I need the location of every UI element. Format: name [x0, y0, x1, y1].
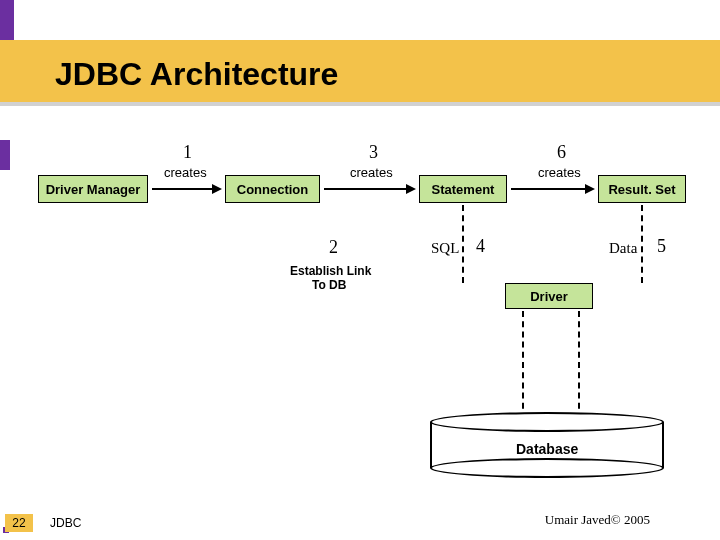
label-creates-3: creates [350, 165, 393, 180]
label-database: Database [516, 441, 578, 457]
page-number: 22 [5, 514, 33, 532]
step-number-2: 2 [329, 237, 338, 258]
copyright: Umair Javed© 2005 [545, 512, 650, 528]
step-number-4: 4 [476, 236, 485, 257]
label-establish-2: To DB [312, 278, 346, 292]
arrow-3 [324, 188, 414, 190]
label-establish-1: Establish Link [290, 264, 371, 278]
title-shadow [0, 102, 720, 106]
label-creates-6: creates [538, 165, 581, 180]
box-connection: Connection [225, 175, 320, 203]
box-resultset: Result. Set [598, 175, 686, 203]
arrow-1 [152, 188, 220, 190]
dash-statement [462, 205, 464, 283]
label-creates-1: creates [164, 165, 207, 180]
step-number-5: 5 [657, 236, 666, 257]
footer-tag: JDBC [50, 516, 81, 530]
dash-driver-left [522, 311, 524, 419]
box-statement: Statement [419, 175, 507, 203]
box-driver: Driver [505, 283, 593, 309]
accent-knob [0, 140, 10, 170]
step-number-1: 1 [183, 142, 192, 163]
title-band: JDBC Architecture [0, 40, 720, 102]
dash-driver-right [578, 311, 580, 419]
step-number-6: 6 [557, 142, 566, 163]
slide-title: JDBC Architecture [55, 56, 338, 93]
label-data: Data [609, 240, 637, 257]
label-sql: SQL [431, 240, 459, 257]
dash-resultset [641, 205, 643, 283]
step-number-3: 3 [369, 142, 378, 163]
arrow-6 [511, 188, 593, 190]
box-driver-manager: Driver Manager [38, 175, 148, 203]
slide: JDBC Architecture 1 3 6 creates creates … [0, 0, 720, 540]
